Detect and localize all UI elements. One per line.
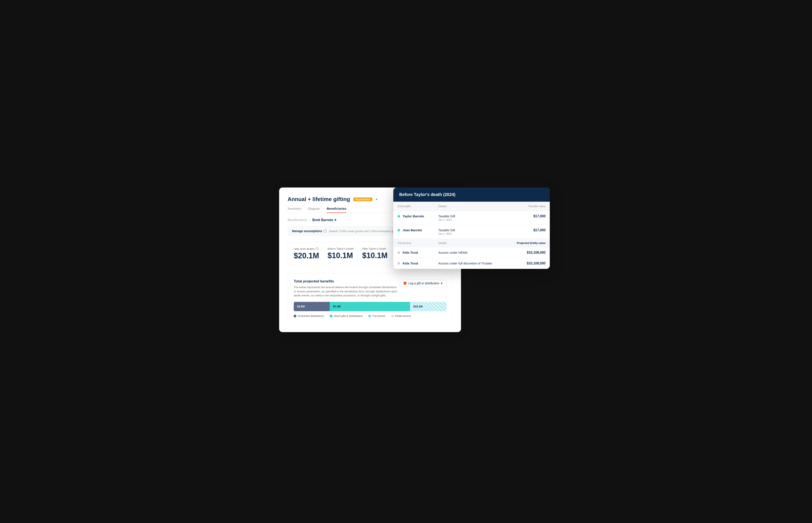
- bar-segment-direct: $7.4M: [330, 302, 410, 311]
- table-row: Kids Trust Access under full discretion …: [393, 258, 550, 269]
- bar-segment-scheduled: $2.6M: [294, 302, 330, 311]
- tab-beneficiaries[interactable]: Beneficiaries: [327, 207, 346, 213]
- stat-after-taylor: After Taylor's Death $10.1M: [362, 247, 387, 260]
- value-cell-3: $10,108,000: [506, 258, 550, 269]
- recipient-dot-1: [398, 229, 400, 232]
- stat-value-1: $10.1M: [327, 251, 354, 260]
- assumptions-info-icon: ?: [323, 229, 327, 233]
- recipient-dot-0: [398, 215, 400, 218]
- col-transfer-value: Transfer value: [506, 202, 550, 211]
- legend-dot-full: [368, 315, 371, 317]
- log-gift-chevron-icon: ▾: [441, 282, 443, 285]
- title-chevron-icon[interactable]: ▾: [376, 198, 377, 201]
- recipient-cell-1: Jean Barreto: [393, 225, 434, 239]
- legend-dot-scheduled: [294, 315, 296, 317]
- full-access-section-header: Full access Details Projected Entity val…: [393, 239, 550, 247]
- tab-diagram[interactable]: Diagram: [308, 207, 320, 213]
- benefits-description: The below represents the amount Maeve wi…: [294, 285, 399, 297]
- popup-table-header-direct: Direct gifts Details Transfer value: [393, 202, 550, 211]
- stat-after-both-deaths: After both deaths ? $20.1M: [294, 247, 319, 260]
- stat-value-0: $20.1M: [294, 251, 319, 260]
- stat-before-taylor: Before Taylor's Death $10.1M: [327, 247, 354, 260]
- detail-cell-2: Access under HEMS: [434, 247, 506, 258]
- table-row: Kids Trust Access under HEMS $10,108,000: [393, 247, 550, 258]
- hypothetical-badge: Hypothetical: [353, 197, 372, 201]
- benefits-title: Total projected benefits: [294, 279, 399, 284]
- col-details: Details: [434, 202, 506, 211]
- progress-bar: $2.6M $7.4M $10.1M: [294, 302, 446, 311]
- recipient-cell-2: Kids Trust: [393, 247, 434, 258]
- app-title: Annual + lifetime gifting: [288, 196, 350, 202]
- breadcrumb-parent[interactable]: Beneficiaries: [288, 218, 307, 222]
- benefits-text: Total projected benefits The below repre…: [294, 279, 399, 297]
- stat-info-icon-0: ?: [315, 247, 319, 251]
- scene: Annual + lifetime gifting Hypothetical ▾…: [279, 187, 533, 336]
- value-cell-2: $10,108,000: [506, 247, 550, 258]
- legend-item-1: Direct gifts & distributions: [330, 314, 362, 318]
- recipient-cell-3: Kids Trust: [393, 258, 434, 269]
- recipient-dot-2: [398, 251, 400, 254]
- detail-cell-0: Taxable Gift Jan 1, 2023: [434, 211, 506, 225]
- recipient-dot-3: [398, 262, 400, 265]
- detail-cell-1: Taxable Gift Jan 1, 2023: [434, 225, 506, 239]
- legend-item-2: Full access: [368, 314, 385, 318]
- popup-card: Before Taylor's death (2024) Direct gift…: [393, 187, 550, 269]
- breadcrumb-separator: ›: [309, 218, 310, 222]
- benefits-header: Total projected benefits The below repre…: [294, 279, 446, 297]
- col-projected-entity: Projected Entity value: [506, 239, 550, 247]
- legend-item-0: Scheduled distributions: [294, 314, 324, 318]
- legend-dot-partial: [391, 315, 394, 317]
- value-cell-0: $17,000: [506, 211, 550, 225]
- legend-dot-direct: [330, 315, 332, 317]
- chart-legend: Scheduled distributions Direct gifts & d…: [294, 314, 446, 318]
- breadcrumb-current[interactable]: Brett Barreto ▾: [312, 218, 336, 222]
- popup-header: Before Taylor's death (2024): [393, 187, 550, 202]
- breadcrumb-chevron-icon: ▾: [335, 218, 336, 222]
- legend-item-3: Partial access: [391, 314, 411, 318]
- col-details-2: Details: [434, 239, 506, 247]
- col-full-access-label: Full access: [393, 239, 434, 247]
- value-cell-1: $17,000: [506, 225, 550, 239]
- table-row: Jean Barreto Taxable Gift Jan 1, 2023 $1…: [393, 225, 550, 239]
- log-gift-button[interactable]: 🎁 Log a gift or distribution ▾: [399, 279, 446, 287]
- stat-label-1: Before Taylor's Death: [327, 247, 354, 250]
- assumptions-label[interactable]: Manage assumptions ?: [292, 229, 327, 233]
- col-direct-gifts: Direct gifts: [393, 202, 434, 211]
- popup-table: Direct gifts Details Transfer value Tayl…: [393, 202, 550, 269]
- benefits-section: Total projected benefits The below repre…: [288, 273, 452, 324]
- stat-label-2: After Taylor's Death: [362, 247, 387, 250]
- detail-cell-3: Access under full discretion of Trustee: [434, 258, 506, 269]
- table-row: Taylor Barreto Taxable Gift Jan 1, 2023 …: [393, 211, 550, 225]
- tab-summary[interactable]: Summary: [288, 207, 301, 213]
- gift-icon: 🎁: [403, 282, 407, 285]
- stat-value-2: $10.1M: [362, 251, 387, 260]
- recipient-cell-0: Taylor Barreto: [393, 211, 434, 225]
- stat-label-0: After both deaths ?: [294, 247, 319, 251]
- bar-segment-full-access: $10.1M: [410, 302, 446, 311]
